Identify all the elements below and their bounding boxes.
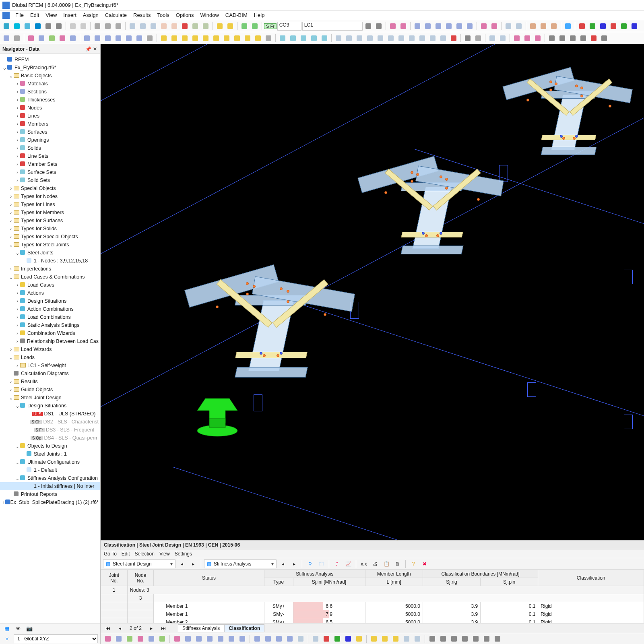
edit1-icon[interactable] [334, 33, 343, 43]
tree-load-cases[interactable]: ›Load Cases [0, 281, 100, 289]
statusbar-btn-30[interactable] [449, 634, 459, 644]
statusbar-btn-2[interactable] [125, 634, 134, 644]
tree-lc1-self-weight[interactable]: ›LC1 - Self-weight [0, 361, 100, 369]
help-icon[interactable]: ? [409, 559, 418, 569]
statusbar-btn-31[interactable] [460, 634, 470, 644]
select-dd-icon[interactable] [12, 33, 22, 43]
print-icon[interactable] [54, 21, 64, 31]
cube3-icon[interactable] [549, 21, 559, 31]
support2-icon[interactable] [288, 33, 298, 43]
statusbar-btn-8[interactable] [194, 634, 204, 644]
graph-icon[interactable]: 📈 [343, 559, 353, 569]
edit11-icon[interactable] [438, 33, 448, 43]
tree-solid-sets[interactable]: ›Solid Sets [0, 176, 100, 184]
tree-types-for-solids[interactable]: ›Types for Solids [0, 225, 100, 233]
redo-icon[interactable] [103, 21, 113, 31]
load4-icon[interactable] [190, 33, 200, 43]
tree-load-cases-combinations[interactable]: ⌄Load Cases & Combinations [0, 273, 100, 281]
move-icon[interactable] [26, 33, 36, 43]
tree-guide-objects[interactable]: ›Guide Objects [0, 386, 100, 394]
menu-edit[interactable]: Edit [27, 11, 42, 19]
surface-icon[interactable] [114, 33, 123, 43]
undo-icon[interactable] [93, 21, 102, 31]
axes-icon[interactable] [563, 21, 573, 31]
edit4-icon[interactable] [365, 33, 375, 43]
table-row[interactable]: Member 1SMy-7.95000.03.90.1Rigid [101, 610, 644, 618]
col-type[interactable]: Type [264, 578, 293, 586]
edit3-icon[interactable] [355, 33, 364, 43]
col-status[interactable]: Status [154, 570, 264, 586]
load5-icon[interactable] [201, 33, 211, 43]
tree-actions[interactable]: ›Actions [0, 289, 100, 297]
tree-ds1-uls-str-geo-[interactable]: ULSDS1 - ULS (STR/GEO) - [0, 410, 100, 418]
coord-system-combo[interactable]: 1 - Global XYZ [14, 634, 98, 643]
menu-tools[interactable]: Tools [154, 11, 172, 19]
col-sjrig[interactable]: Sj,rig [423, 578, 480, 586]
dropdown-icon[interactable] [114, 21, 123, 31]
tree-design-situations[interactable]: ⌄Design Situations [0, 402, 100, 410]
disp1-icon[interactable] [512, 33, 522, 43]
bp-menu-settings[interactable]: Settings [175, 551, 192, 557]
neg-y-icon[interactable] [619, 21, 629, 31]
navigator-tree[interactable]: RFEM⌄Ex_FlyBracing.rf6*⌄Basic Objects›Ma… [0, 54, 100, 623]
dim1-icon[interactable] [413, 21, 422, 31]
tree-load-wizards[interactable]: ›Load Wizards [0, 345, 100, 353]
statusbar-btn-16[interactable] [285, 634, 295, 644]
select-icon[interactable] [2, 33, 11, 43]
bp-menu-goto[interactable]: Go To [104, 551, 117, 557]
tree-types-for-members[interactable]: ›Types for Members [0, 208, 100, 217]
line-icon[interactable] [93, 33, 102, 43]
cascade-icon[interactable] [149, 21, 158, 31]
tree-line-sets[interactable]: ›Line Sets [0, 152, 100, 160]
misc4-icon[interactable] [578, 33, 588, 43]
statusbar-btn-13[interactable] [252, 634, 262, 644]
disp2-icon[interactable] [522, 33, 532, 43]
info-icon[interactable]: x.x [359, 559, 369, 569]
tree-static-analysis-settings[interactable]: ›Static Analysis Settings [0, 321, 100, 329]
member-icon[interactable] [103, 33, 113, 43]
tree-objects-to-design[interactable]: ⌄Objects to Design [0, 442, 100, 450]
menu-file[interactable]: File [12, 11, 27, 19]
load3-icon[interactable] [180, 33, 190, 43]
array-icon[interactable] [68, 33, 78, 43]
prev-page-icon[interactable]: ◂ [115, 623, 125, 633]
table-row[interactable]: Member 1SMy+6.65000.03.90.1Rigid [101, 602, 644, 610]
results2-icon[interactable] [250, 21, 260, 31]
tree-nodes[interactable]: ›Nodes [0, 104, 100, 112]
statusbar-btn-28[interactable] [427, 634, 437, 644]
menu-results[interactable]: Results [130, 11, 154, 19]
combo-co[interactable]: CO3 [277, 22, 301, 31]
load8-icon[interactable] [232, 33, 242, 43]
dim4-icon[interactable] [444, 21, 454, 31]
export-icon[interactable]: 🗎 [393, 559, 402, 569]
opening-icon[interactable] [124, 33, 134, 43]
rotate-icon[interactable] [37, 33, 46, 43]
filter-icon[interactable]: ⚲ [305, 559, 315, 569]
last-page-icon[interactable]: ⏭ [159, 623, 168, 633]
tool2-icon[interactable] [489, 21, 499, 31]
view2-icon[interactable] [169, 21, 179, 31]
statusbar-btn-11[interactable] [227, 634, 236, 644]
axis-x-icon[interactable] [577, 21, 587, 31]
render2-icon[interactable] [514, 21, 524, 31]
edit6-icon[interactable] [386, 33, 396, 43]
window-icon[interactable] [128, 21, 137, 31]
nav-axes-icon[interactable]: ✳ [2, 634, 11, 643]
misc1-icon[interactable] [547, 33, 557, 43]
statusbar-btn-15[interactable] [274, 634, 284, 644]
select-icon[interactable]: ⬚ [316, 559, 326, 569]
nav-eye-icon[interactable]: 👁 [14, 624, 23, 633]
col-joint-no[interactable]: JointNo. [101, 570, 128, 586]
arrow-right-icon-2[interactable]: ▸ [289, 559, 299, 569]
table-row[interactable]: Member 2SMy+6.55000.03.90.1Rigid [101, 618, 644, 623]
grid-icon[interactable] [190, 21, 200, 31]
tab-classification[interactable]: Classification [224, 624, 264, 632]
copy-icon[interactable] [68, 21, 78, 31]
menu-calculate[interactable]: Calculate [102, 11, 130, 19]
support1-icon[interactable] [278, 33, 287, 43]
tool1-icon[interactable] [479, 21, 489, 31]
load1-icon[interactable] [159, 33, 169, 43]
measure-icon[interactable] [463, 33, 473, 43]
statusbar-btn-5[interactable] [157, 634, 167, 644]
neg-x-icon[interactable] [609, 21, 618, 31]
